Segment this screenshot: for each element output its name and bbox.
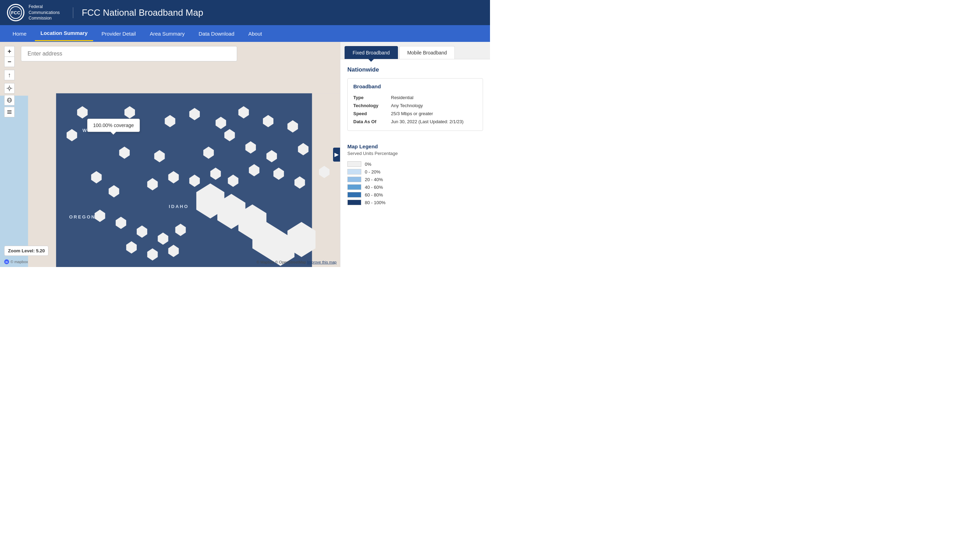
- legend-item: 80 - 100%: [347, 199, 483, 206]
- improve-map-link[interactable]: Improve this map: [307, 260, 337, 264]
- nav-area-summary[interactable]: Area Summary: [144, 27, 190, 41]
- row-value-speed: 25/3 Mbps or greater: [391, 111, 433, 116]
- row-label-type: Type: [353, 95, 388, 100]
- nav-location-summary[interactable]: Location Summary: [35, 26, 93, 41]
- locate-button[interactable]: [4, 83, 15, 94]
- row-value-technology: Any Technology: [391, 103, 423, 108]
- search-bar: [21, 46, 309, 61]
- nav-provider-detail[interactable]: Provider Detail: [96, 27, 141, 41]
- tab-mobile-broadband[interactable]: Mobile Broadband: [399, 46, 455, 59]
- svg-point-2: [8, 87, 11, 89]
- legend-item: 20 - 40%: [347, 175, 483, 183]
- panel-row-type: Type Residential: [353, 94, 477, 102]
- row-value-data-as-of: Jun 30, 2022 (Last Updated: 2/1/23): [391, 119, 463, 124]
- north-button[interactable]: ↑: [4, 70, 15, 80]
- globe-button[interactable]: [4, 95, 15, 105]
- row-label-technology: Technology: [353, 103, 388, 108]
- map-controls: + − ↑: [4, 46, 15, 118]
- fcc-name: Federal Communications Commission: [29, 4, 60, 21]
- map-copyright: © Mapbox © OpenStreetMap Improve this ma…: [256, 260, 337, 264]
- panel-content: Nationwide Broadband Type Residential Te…: [340, 59, 490, 143]
- main-content: + − ↑: [0, 42, 490, 267]
- nav-home[interactable]: Home: [7, 27, 32, 41]
- mapbox-logo-icon: m: [4, 259, 9, 264]
- map-svg: WASHINGTON OREGON IDAHO: [0, 42, 340, 267]
- panel-row-data-as-of: Data As Of Jun 30, 2022 (Last Updated: 2…: [353, 118, 477, 126]
- legend-item-label: 60 - 80%: [365, 192, 383, 198]
- header: FCC Federal Communications Commission FC…: [0, 0, 490, 25]
- zoom-level-display: Zoom Level: 5.20: [4, 246, 48, 256]
- row-label-speed: Speed: [353, 111, 388, 116]
- legend-item-label: 0 - 20%: [365, 169, 380, 174]
- panel-collapse-button[interactable]: ▶: [333, 148, 340, 162]
- svg-rect-12: [7, 113, 11, 114]
- svg-text:IDAHO: IDAHO: [169, 204, 189, 209]
- svg-text:m: m: [6, 261, 8, 263]
- legend-item: 60 - 80%: [347, 191, 483, 199]
- legend-color-swatch: [347, 200, 361, 205]
- map-tooltip: 100.00% coverage: [87, 119, 140, 132]
- legend-item-label: 40 - 60%: [365, 185, 383, 190]
- row-value-type: Residential: [391, 95, 413, 100]
- nav-about[interactable]: About: [243, 27, 267, 41]
- legend-item-label: 20 - 40%: [365, 177, 383, 182]
- app-title: FCC National Broadband Map: [73, 7, 203, 18]
- zoom-in-button[interactable]: +: [4, 46, 15, 57]
- legend-item-label: 0%: [365, 162, 371, 167]
- legend-subtitle: Served Units Percentage: [347, 151, 483, 156]
- legend-color-swatch: [347, 169, 361, 174]
- svg-text:OREGON: OREGON: [69, 214, 95, 220]
- panel-section-title: Nationwide: [347, 66, 483, 73]
- navigation: Home Location Summary Provider Detail Ar…: [0, 25, 490, 42]
- zoom-out-button[interactable]: −: [4, 57, 15, 67]
- mapbox-attribution: m © mapbox: [4, 259, 28, 264]
- legend-title: Map Legend: [347, 143, 483, 149]
- legend-item-label: 80 - 100%: [365, 200, 385, 205]
- panel-row-technology: Technology Any Technology: [353, 102, 477, 110]
- legend-item: 0 - 20%: [347, 168, 483, 175]
- svg-rect-11: [7, 112, 11, 112]
- panel-tabs: Fixed Broadband Mobile Broadband: [340, 42, 490, 59]
- search-input[interactable]: [21, 46, 237, 61]
- layers-button[interactable]: [4, 107, 15, 117]
- legend-item: 0%: [347, 160, 483, 168]
- zoom-controls: + −: [4, 46, 15, 67]
- svg-rect-10: [7, 110, 11, 111]
- card-title: Broadband: [353, 83, 477, 89]
- row-label-data-as-of: Data As Of: [353, 119, 388, 124]
- legend-item: 40 - 60%: [347, 183, 483, 191]
- tab-fixed-broadband[interactable]: Fixed Broadband: [345, 46, 398, 59]
- legend-color-swatch: [347, 161, 361, 167]
- nav-data-download[interactable]: Data Download: [193, 27, 240, 41]
- legend-color-swatch: [347, 184, 361, 190]
- panel-row-speed: Speed 25/3 Mbps or greater: [353, 110, 477, 118]
- fcc-logo: FCC Federal Communications Commission: [7, 4, 60, 21]
- fcc-emblem-icon: FCC: [7, 4, 24, 21]
- right-panel: Fixed Broadband Mobile Broadband Nationw…: [340, 42, 490, 267]
- legend-section: Map Legend Served Units Percentage 0% 0 …: [340, 143, 490, 213]
- legend-items: 0% 0 - 20% 20 - 40% 40 - 60% 60 - 80% 80…: [347, 160, 483, 206]
- legend-color-swatch: [347, 177, 361, 182]
- svg-text:FCC: FCC: [11, 10, 21, 15]
- legend-color-swatch: [347, 192, 361, 198]
- map-container[interactable]: + − ↑: [0, 42, 340, 267]
- broadband-info-card: Broadband Type Residential Technology An…: [347, 78, 483, 131]
